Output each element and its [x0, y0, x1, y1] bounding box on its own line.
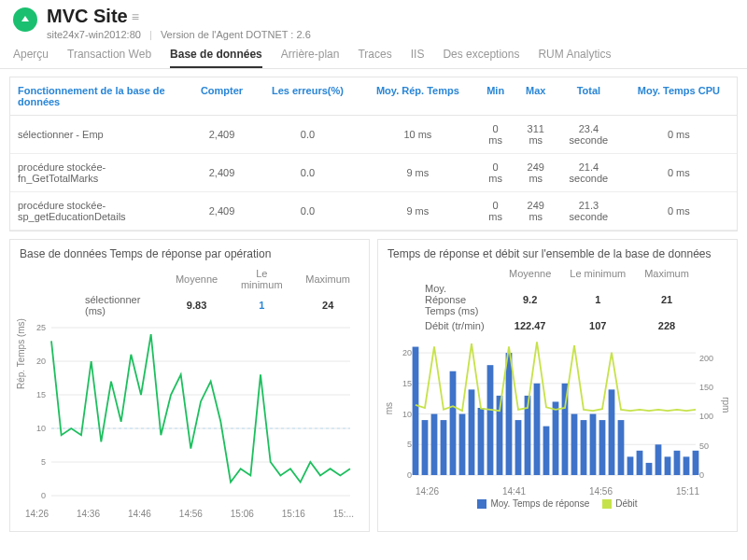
hamburger-icon[interactable]: ≡: [132, 9, 139, 24]
svg-rect-51: [627, 456, 634, 475]
svg-text:50: 50: [699, 441, 709, 451]
svg-text:20: 20: [402, 348, 412, 357]
svg-rect-33: [459, 414, 466, 475]
svg-rect-48: [599, 420, 606, 475]
cell: 0.0: [256, 154, 359, 192]
chart-legend: Moy. Temps de réponse Débit: [388, 498, 727, 509]
table-row[interactable]: procédure stockée-sp_getEducationDetails…: [10, 192, 737, 231]
svg-text:150: 150: [699, 383, 713, 392]
cell: 9 ms: [359, 154, 476, 192]
title-text: MVC Site: [47, 6, 128, 27]
host-text: site24x7-win2012:80: [47, 29, 141, 40]
svg-rect-49: [609, 389, 615, 475]
cell: 249ms: [515, 192, 557, 231]
svg-text:15: 15: [402, 379, 412, 388]
svg-text:0: 0: [407, 470, 412, 480]
col-header[interactable]: Fonctionnement de la base de données: [10, 77, 188, 116]
chart-title: Temps de réponse et débit sur l'ensemble…: [388, 247, 727, 260]
agent-version-text: Version de l'Agent DOTNET : 2.6: [161, 29, 311, 40]
tab-base-de-donn-es[interactable]: Base de données: [170, 48, 262, 68]
svg-rect-30: [431, 414, 438, 475]
svg-rect-58: [693, 451, 699, 475]
svg-rect-47: [590, 414, 597, 475]
svg-rect-28: [413, 347, 419, 475]
tab-transaction-web[interactable]: Transaction Web: [67, 48, 151, 68]
cell: 0 ms: [621, 192, 737, 231]
cell: 311ms: [515, 116, 557, 154]
cell: 21.3seconde: [557, 192, 621, 231]
col-header[interactable]: Moy. Temps CPU: [621, 77, 737, 116]
chart-left-stats: Moyenne Le minimum Maximum sélectionner …: [76, 266, 359, 318]
svg-rect-31: [441, 420, 447, 475]
svg-rect-54: [655, 444, 662, 475]
table-row[interactable]: sélectionner - Emp2,4090.010 ms0ms311ms2…: [10, 116, 737, 154]
svg-rect-42: [543, 427, 550, 475]
y-axis-right-label: rpm: [721, 397, 731, 413]
col-header[interactable]: Moy. Rép. Temps: [359, 77, 476, 116]
tab-rum-analytics[interactable]: RUM Analytics: [538, 48, 611, 68]
cell: procédure stockée-sp_getEducationDetails: [10, 192, 188, 231]
svg-text:15: 15: [36, 390, 46, 399]
svg-rect-39: [515, 420, 522, 475]
tab-arri-re-plan[interactable]: Arrière-plan: [281, 48, 340, 68]
cell: 0.0: [256, 192, 359, 231]
svg-rect-35: [478, 408, 485, 475]
col-header[interactable]: Max: [515, 77, 557, 116]
y-axis-label: Rép. Temps (ms): [16, 318, 26, 389]
col-header[interactable]: Les erreurs(%): [256, 77, 359, 116]
page-title: MVC Site ≡: [47, 6, 139, 27]
col-header[interactable]: Total: [557, 77, 621, 116]
svg-text:200: 200: [699, 354, 713, 363]
chart-right-area: ms rpm 05101520050100150200 14:2614:4114…: [388, 337, 727, 505]
cell: 2,409: [188, 116, 256, 154]
svg-text:5: 5: [407, 440, 412, 449]
cell: 0ms: [476, 192, 515, 231]
cell: 23.4seconde: [557, 116, 621, 154]
svg-rect-57: [684, 456, 690, 475]
chart-response-throughput: Temps de réponse et débit sur l'ensemble…: [377, 239, 738, 532]
cell: 2,409: [188, 192, 256, 231]
status-up-icon: [13, 7, 37, 32]
chart-response-time-by-operation: Base de données Temps de réponse par opé…: [9, 239, 370, 532]
cell: 9 ms: [359, 192, 476, 231]
cell: sélectionner - Emp: [10, 116, 188, 154]
cell: 10 ms: [359, 116, 476, 154]
y-axis-left-label: ms: [384, 402, 394, 414]
db-operations-table: Fonctionnement de la base de donnéesComp…: [10, 77, 737, 231]
tab-bar: AperçuTransaction WebBase de donnéesArri…: [0, 40, 747, 69]
cell: 0ms: [476, 116, 515, 154]
cell: 249ms: [515, 154, 557, 192]
svg-rect-29: [422, 420, 429, 475]
cell: procédure stockée-fn_GetTotalMarks: [10, 154, 188, 192]
tab-iis[interactable]: IIS: [411, 48, 425, 68]
svg-rect-53: [646, 463, 653, 475]
cell: 2,409: [188, 154, 256, 192]
svg-rect-50: [618, 420, 625, 475]
cell: 21.4seconde: [557, 154, 621, 192]
tab-traces[interactable]: Traces: [358, 48, 391, 68]
cell: 0 ms: [621, 116, 737, 154]
svg-text:25: 25: [36, 323, 46, 332]
svg-rect-36: [487, 365, 494, 475]
col-header[interactable]: Min: [476, 77, 515, 116]
svg-text:0: 0: [699, 470, 704, 480]
db-operations-panel: Fonctionnement de la base de donnéesComp…: [9, 77, 738, 231]
cell: 0 ms: [621, 154, 737, 192]
tab-aper-u[interactable]: Aperçu: [13, 48, 49, 68]
svg-text:100: 100: [699, 412, 713, 421]
tab-des-exceptions[interactable]: Des exceptions: [443, 48, 519, 68]
table-row[interactable]: procédure stockée-fn_GetTotalMarks2,4090…: [10, 154, 737, 192]
svg-rect-55: [665, 456, 671, 475]
col-header[interactable]: Compter: [188, 77, 256, 116]
svg-text:0: 0: [41, 491, 46, 500]
svg-text:10: 10: [36, 424, 46, 433]
svg-rect-56: [674, 451, 681, 475]
svg-text:20: 20: [36, 357, 46, 366]
svg-rect-52: [637, 451, 643, 475]
svg-rect-41: [534, 384, 541, 475]
svg-rect-45: [571, 414, 578, 475]
svg-text:5: 5: [41, 457, 46, 467]
cell: 0ms: [476, 154, 515, 192]
cell: 0.0: [256, 116, 359, 154]
chart-right-stats: Moyenne Le minimum Maximum Moy. Réponse …: [416, 266, 698, 333]
